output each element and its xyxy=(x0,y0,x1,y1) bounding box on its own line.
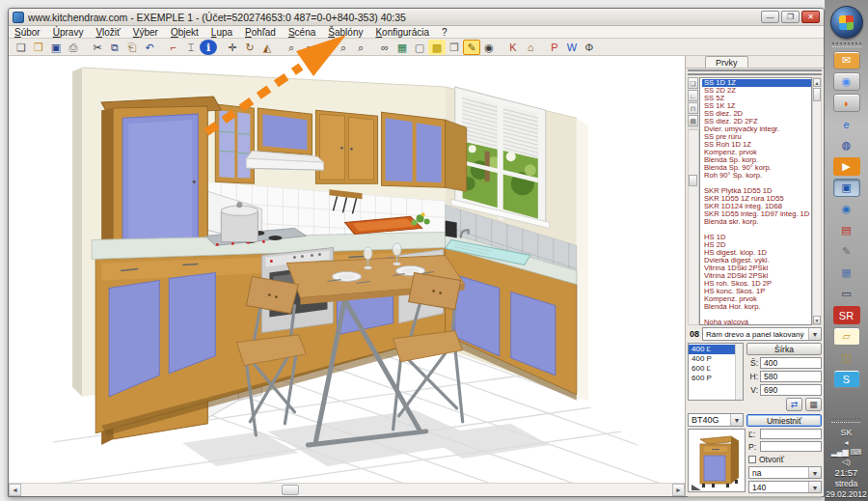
place-button[interactable]: Umiestniť xyxy=(746,414,822,427)
scroll-left-icon[interactable]: ◄ xyxy=(9,484,21,496)
folder-icon[interactable]: ▱ xyxy=(833,327,860,346)
menu-item[interactable]: Lupa xyxy=(211,27,232,38)
left-input[interactable] xyxy=(760,429,822,439)
earth-icon[interactable]: ◉ xyxy=(833,200,860,218)
undo-icon[interactable]: ↶ xyxy=(141,40,158,55)
maximize-button[interactable]: ❐ xyxy=(781,11,800,23)
new-document-icon[interactable]: ❏ xyxy=(13,40,30,55)
menu-item[interactable]: Šablóny xyxy=(328,27,363,38)
camera-icon[interactable]: ◉ xyxy=(480,40,498,55)
network-signal-icon[interactable]: ▂▄▆ xyxy=(831,448,849,457)
catalog-item[interactable]: Blenda skr. korp. xyxy=(702,218,811,226)
calculator-icon[interactable]: ▦ xyxy=(833,264,860,282)
word-export-icon[interactable]: W xyxy=(563,40,581,55)
canvas-horizontal-scrollbar[interactable]: ◄ ► xyxy=(9,484,685,496)
dimension-table-button[interactable]: ▦ xyxy=(805,398,822,411)
start-button[interactable] xyxy=(830,6,863,39)
notes-icon[interactable]: ✎ xyxy=(833,242,860,261)
catalog-item[interactable]: Blenda Hor. korp. xyxy=(702,303,811,311)
zoom-out-icon[interactable]: ⌕ xyxy=(300,40,317,55)
close-button[interactable]: ✕ xyxy=(801,11,820,23)
menu-item[interactable]: Súbor xyxy=(14,27,41,38)
chevron-down-icon[interactable]: ▼ xyxy=(808,482,821,492)
taskbar-grip[interactable] xyxy=(832,42,861,47)
menu-item[interactable]: Objekt xyxy=(171,27,199,38)
presentation-icon[interactable]: P xyxy=(546,40,563,55)
scroll-down-icon[interactable]: ▼ xyxy=(813,316,821,324)
menu-item[interactable]: Výber xyxy=(133,27,158,38)
wireframe-view-icon[interactable]: ▢ xyxy=(411,40,428,55)
swap-lr-button[interactable]: ⇄ xyxy=(786,398,802,411)
glasses-3d-icon[interactable]: ∞ xyxy=(376,40,393,55)
elevation-icon[interactable]: ◭ xyxy=(258,40,276,55)
chevron-down-icon[interactable]: ▼ xyxy=(808,467,821,478)
height-select[interactable]: 140 ▼ xyxy=(748,481,822,493)
skype-icon[interactable]: S xyxy=(833,370,860,388)
scrollbar-thumb[interactable] xyxy=(813,88,821,101)
sr-app-icon[interactable]: SR xyxy=(833,306,860,324)
print-icon[interactable]: ⎙ xyxy=(65,40,82,55)
menu-item[interactable]: Vložiť xyxy=(95,27,120,38)
design-canvas[interactable] xyxy=(9,56,685,484)
dimension-field[interactable]: 580 xyxy=(760,371,822,382)
clock-day[interactable]: streda xyxy=(835,479,858,488)
volume-icon[interactable]: ◁) xyxy=(842,458,851,466)
minimize-button[interactable]: — xyxy=(761,11,779,23)
house-icon[interactable]: ⌂ xyxy=(522,40,539,55)
chrome-icon[interactable]: ◉ xyxy=(833,72,860,91)
internet-explorer-icon[interactable]: e xyxy=(833,115,860,133)
menu-item[interactable]: Pohľad xyxy=(245,27,276,38)
width-button[interactable]: Šírka xyxy=(746,343,822,355)
menu-item[interactable]: ? xyxy=(442,27,448,38)
mail-icon[interactable]: ✉ xyxy=(833,51,860,70)
open-checkbox[interactable] xyxy=(748,456,756,463)
zoom-in-icon[interactable]: ⌕ xyxy=(283,40,300,55)
dimension-icon[interactable]: ⌐ xyxy=(165,40,182,55)
phone-icon[interactable]: Φ xyxy=(581,40,598,55)
catalog-section-objects-icon[interactable]: ▤ xyxy=(688,115,698,126)
show-hidden-icons[interactable]: ◂ xyxy=(844,438,848,447)
clock-date[interactable]: 29.02.2012 xyxy=(826,489,867,499)
finish-select[interactable]: Rám drevo a panel lakovaný ▼ xyxy=(702,327,822,341)
red-book-icon[interactable]: ▤ xyxy=(833,221,860,239)
info-icon[interactable]: ℹ xyxy=(200,40,217,55)
clock-time[interactable]: 21:57 xyxy=(835,467,858,478)
archive-icon[interactable]: ◫ xyxy=(833,348,860,367)
walkthrough-icon[interactable]: K xyxy=(504,40,522,55)
titlebar[interactable]: www.kitchendraw.com - EXEMPLE 1 - (Účet=… xyxy=(9,9,824,26)
rotate-icon[interactable]: ↻ xyxy=(241,40,258,55)
position-select[interactable]: na ▼ xyxy=(748,466,822,479)
menu-item[interactable]: Úpravy xyxy=(53,27,84,38)
list-right-scrollbar[interactable]: ▲ ▼ xyxy=(812,77,822,325)
texture-render-icon[interactable]: ▦ xyxy=(393,40,411,55)
right-input[interactable] xyxy=(760,441,822,452)
catalog-item[interactable]: Roh 90° Sp. korp. xyxy=(702,172,811,180)
paste-icon[interactable]: ⎗ xyxy=(123,40,141,55)
browser-globe-icon[interactable]: ◍ xyxy=(833,136,860,154)
width-list-scrollbar[interactable] xyxy=(735,344,743,400)
category-select[interactable]: Skrinky ▼ xyxy=(688,73,822,75)
taskbar-grip[interactable] xyxy=(831,418,860,423)
scroll-up-icon[interactable]: ▲ xyxy=(813,78,821,87)
keyboard-icon[interactable]: ⌨ xyxy=(851,448,862,457)
language-indicator[interactable]: SK xyxy=(840,428,852,437)
list-left-scrollbar[interactable] xyxy=(688,129,699,325)
copy-icon[interactable]: ⧉ xyxy=(106,40,123,55)
menu-item[interactable]: Scéna xyxy=(288,27,315,38)
scrollbar-thumb[interactable] xyxy=(282,485,299,495)
zoom-window-icon[interactable]: ⌕ xyxy=(317,40,335,55)
computer-icon[interactable]: ▭ xyxy=(833,285,860,303)
menu-item[interactable]: Konfigurácia xyxy=(375,27,429,38)
dimension-field[interactable]: 690 xyxy=(760,384,822,396)
filled-view-icon[interactable]: ▩ xyxy=(428,40,446,55)
firefox-icon[interactable]: ◗ xyxy=(833,94,860,112)
zoom-all-icon[interactable]: ⌕ xyxy=(335,40,352,55)
measure-icon[interactable]: ⌶ xyxy=(182,40,200,55)
catalog-select[interactable]: CVIČEBNÝ PRÍKLAD ▼ xyxy=(688,70,822,71)
scroll-right-icon[interactable]: ► xyxy=(672,484,685,496)
move-icon[interactable]: ✛ xyxy=(224,40,241,55)
chevron-down-icon[interactable]: ▼ xyxy=(730,414,743,426)
scrollbar-thumb[interactable] xyxy=(689,175,697,186)
catalog-section-walls-icon[interactable]: ∟ xyxy=(688,90,698,101)
zoom-previous-icon[interactable]: ⌕ xyxy=(352,40,369,55)
